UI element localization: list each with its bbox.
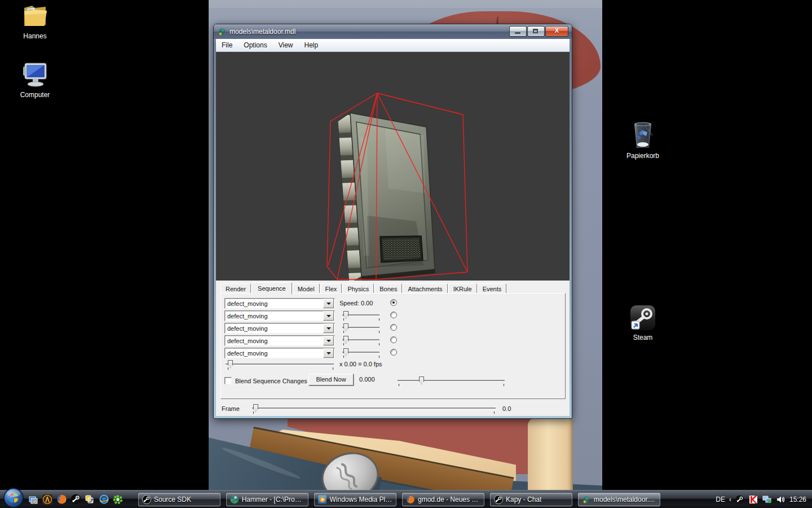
sequence-select-1[interactable]: defect_moving: [224, 298, 335, 309]
half-life-icon[interactable]: [42, 494, 53, 505]
taskbar-buttons: Source SDK Hammer - [C:\Progr... Windows…: [138, 493, 660, 506]
sequence-select-3[interactable]: defect_moving: [224, 323, 335, 334]
show-desktop-icon[interactable]: [28, 494, 39, 505]
start-button[interactable]: [3, 487, 24, 508]
sequence-radio-4[interactable]: [390, 336, 397, 343]
minimize-button[interactable]: [509, 26, 527, 37]
switch-windows-icon[interactable]: [84, 494, 95, 505]
computer-icon: [20, 60, 50, 89]
taskbar-button-label: gmod.de - Neues T...: [418, 496, 480, 503]
blend-now-button[interactable]: Blend Now: [308, 374, 354, 386]
close-icon: X: [546, 27, 568, 34]
tab-attachments[interactable]: Attachments: [403, 283, 447, 294]
desktop-icon-label: Computer: [10, 91, 60, 99]
hlmv-app-icon: [218, 27, 227, 36]
sequence-select-value: defect_moving: [225, 300, 323, 307]
taskbar-button-metaldoor[interactable]: models\metaldoor....: [578, 493, 660, 506]
taskbar-button-source-sdk[interactable]: Source SDK: [138, 493, 220, 506]
maximize-button[interactable]: [527, 26, 545, 37]
control-panel: Render Sequence Model Flex Physics Bones…: [216, 281, 570, 416]
frame-label: Frame: [222, 405, 240, 412]
media-player-icon: [318, 495, 326, 504]
hannes-folder-icon: [21, 2, 49, 30]
frame-value: 0.0: [502, 405, 511, 412]
desktop-icon-computer[interactable]: Computer: [10, 60, 60, 99]
metaldoor-model: [216, 52, 570, 281]
taskbar-button-label: Kapy - Chat: [506, 496, 541, 503]
window-titlebar[interactable]: models\metaldoor.mdl X: [214, 24, 572, 39]
taskbar-button-hammer[interactable]: Hammer - [C:\Progr...: [226, 493, 308, 506]
icq-icon[interactable]: [112, 494, 123, 505]
sequence-radio-1[interactable]: [390, 299, 397, 306]
internet-explorer-icon[interactable]: [98, 494, 109, 505]
tray-chevron-icon[interactable]: ‹: [729, 496, 731, 503]
firefox-icon[interactable]: [56, 494, 67, 505]
clock[interactable]: 15:26: [789, 496, 806, 503]
taskbar-button-media-player[interactable]: Windows Media Pla...: [314, 493, 396, 506]
sequence-select-value: defect_moving: [225, 325, 323, 332]
speed-label: Speed: 0.00: [339, 300, 373, 306]
frame-slider[interactable]: [252, 404, 496, 413]
wallpaper-top-band: [209, 0, 602, 8]
weight-slider-5[interactable]: [342, 348, 379, 357]
steam-tray-icon[interactable]: [735, 494, 745, 504]
sequence-select-value: defect_moving: [225, 338, 323, 344]
desktop-icon-papierkorb[interactable]: Papierkorb: [618, 120, 668, 160]
tab-flex[interactable]: Flex: [320, 283, 342, 294]
weight-slider-4[interactable]: [342, 335, 379, 345]
dropdown-arrow-icon[interactable]: [323, 336, 334, 345]
taskbar-button-label: Source SDK: [154, 496, 191, 503]
blend-slider[interactable]: [398, 376, 505, 386]
desktop-icon-label: Steam: [618, 334, 668, 341]
dropdown-arrow-icon[interactable]: [323, 323, 334, 333]
model-viewport[interactable]: [216, 52, 570, 281]
sequence-select-2[interactable]: defect_moving: [224, 310, 335, 321]
sequence-select-4[interactable]: defect_moving: [224, 335, 335, 346]
hammer-icon: [230, 495, 239, 504]
tab-events[interactable]: Events: [478, 283, 507, 294]
frame-row: Frame 0.0: [216, 402, 570, 416]
menu-view[interactable]: View: [273, 40, 299, 50]
taskbar-button-label: Hammer - [C:\Progr...: [242, 496, 304, 503]
sequence-radio-5[interactable]: [390, 349, 397, 356]
kaspersky-tray-icon[interactable]: [749, 494, 758, 504]
quick-launch: [28, 494, 123, 505]
desktop: { "window": { "title": "models\\metaldoo…: [0, 0, 812, 508]
network-tray-icon[interactable]: [762, 494, 772, 504]
tab-sequence[interactable]: Sequence: [251, 282, 292, 294]
sequence-select-value: defect_moving: [225, 313, 323, 319]
steam-icon[interactable]: [70, 494, 81, 505]
menu-file[interactable]: File: [216, 40, 238, 50]
fps-label: x 0.00 = 0.0 fps: [339, 361, 382, 367]
blend-sequence-label: Blend Sequence Changes: [235, 378, 307, 384]
weight-slider-2[interactable]: [342, 310, 379, 320]
sequence-select-5[interactable]: defect_moving: [224, 348, 335, 358]
language-indicator[interactable]: DE: [716, 496, 725, 503]
sequence-select-value: defect_moving: [225, 350, 323, 357]
hlmv-icon: [582, 495, 591, 504]
windows-orb-icon: [3, 487, 24, 508]
weight-slider-3[interactable]: [342, 323, 379, 332]
tab-physics[interactable]: Physics: [342, 283, 374, 294]
close-button[interactable]: X: [545, 26, 568, 37]
blend-sequence-checkbox[interactable]: [224, 377, 232, 384]
minimize-icon: [515, 32, 520, 34]
speed-scale-slider[interactable]: [226, 360, 334, 369]
dropdown-arrow-icon[interactable]: [323, 311, 334, 321]
sequence-radio-2[interactable]: [390, 312, 397, 318]
volume-tray-icon[interactable]: [776, 494, 785, 504]
tab-bones[interactable]: Bones: [374, 283, 402, 294]
taskbar-button-kapy-chat[interactable]: Kapy - Chat: [490, 493, 572, 506]
dropdown-arrow-icon[interactable]: [323, 299, 334, 308]
sequence-radio-3[interactable]: [390, 324, 397, 331]
tab-ikrule[interactable]: IKRule: [448, 283, 477, 294]
menu-options[interactable]: Options: [238, 40, 272, 50]
taskbar-button-gmod[interactable]: gmod.de - Neues T...: [402, 493, 484, 506]
tab-render[interactable]: Render: [220, 283, 251, 294]
desktop-icon-hannes[interactable]: Hannes: [10, 2, 60, 40]
dropdown-arrow-icon[interactable]: [323, 348, 334, 358]
desktop-icon-steam[interactable]: Steam: [618, 304, 668, 341]
tab-model[interactable]: Model: [293, 283, 320, 294]
menu-help[interactable]: Help: [299, 40, 324, 50]
sequence-tabpage: defect_moving defect_moving defect_movin…: [220, 293, 566, 399]
